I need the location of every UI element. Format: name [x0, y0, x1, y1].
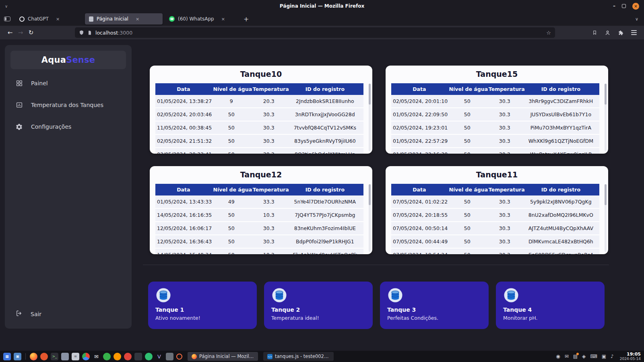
tab-whatsapp[interactable]: ☎ (60) WhatsApp × — [165, 13, 238, 25]
messaging-icon[interactable] — [103, 353, 111, 360]
file-manager-icon[interactable]: ▣ — [14, 353, 21, 360]
tray-icons: ◉✉▤◈⌨▣♪ — [556, 354, 613, 359]
column-header: Nível de água — [212, 184, 251, 195]
table-cell: 02/05/2024, 20:01:10 — [391, 95, 448, 108]
table-cell: 07/05/2024, 01:02:22 — [391, 195, 448, 208]
column-header: Nível de água — [212, 83, 251, 95]
display-icon[interactable]: ▣ — [602, 354, 606, 359]
sidebar-item-sair[interactable]: Sair — [5, 310, 132, 318]
window-titlebar: ∨ Página Inicial — Mozilla Firefox – × — [0, 0, 644, 12]
volume-icon[interactable]: ♪ — [611, 354, 614, 359]
tank-table: DataNível de águaTemperaturaID do regist… — [391, 184, 599, 254]
titlebar-chevron-icon[interactable]: ∨ — [5, 4, 8, 8]
firefox-view-icon[interactable] — [4, 16, 10, 21]
column-header: Data — [391, 83, 448, 95]
tab-close-icon[interactable]: × — [221, 16, 225, 22]
table-scrollbar[interactable] — [369, 184, 371, 252]
table-scrollbar[interactable] — [369, 84, 371, 151]
maximize-button[interactable] — [622, 4, 626, 8]
recorder-icon[interactable] — [176, 354, 182, 360]
tank-table: DataNível de águaTemperaturaID do regist… — [155, 184, 363, 254]
tab-label: (60) WhatsApp — [178, 16, 214, 22]
sidebar-item-temperatura[interactable]: Temperatura dos Tanques — [5, 97, 132, 113]
back-button[interactable]: ← — [5, 29, 15, 36]
notifications-icon[interactable]: ◉ — [556, 354, 560, 359]
tank-icon — [155, 287, 250, 305]
table-row: 02/05/2024, 20:01:105030.33hRr9ggvC3DIZa… — [391, 95, 599, 108]
table-cell: 07/05/2024, 00:50:14 — [391, 222, 448, 235]
minimize-button[interactable]: – — [613, 3, 615, 9]
taskbar-launchers: ▦▣>_≡✉V — [3, 353, 182, 360]
page-info-icon[interactable] — [87, 30, 92, 35]
status-card[interactable]: Tanque 2Temperatura ideal! — [264, 282, 373, 329]
table-scrollbar[interactable] — [605, 184, 607, 252]
menu-icon[interactable] — [631, 32, 637, 33]
sidebar-item-configuracoes[interactable]: Configurações — [5, 118, 132, 135]
terminal-icon[interactable]: >_ — [51, 353, 58, 360]
status-card[interactable]: Tanque 1Ativo novamente! — [148, 282, 257, 329]
table-cell: 50 — [212, 134, 251, 148]
scrollbar-thumb[interactable] — [605, 84, 607, 105]
reload-button[interactable]: ↻ — [26, 29, 36, 36]
account-icon[interactable] — [605, 30, 611, 36]
url-bar[interactable]: localhost:3000 ☆ — [75, 27, 555, 38]
bookmarks-icon[interactable] — [592, 30, 597, 35]
tank-cards-grid: Tanque10DataNível de águaTemperaturaID d… — [150, 66, 608, 254]
table-row: 11/05/2024, 00:38:455030.37tvvbfQ84CqTV1… — [155, 121, 363, 134]
forward-button[interactable]: → — [15, 29, 26, 36]
table-cell: 50 — [448, 248, 487, 254]
firefox-icon[interactable] — [30, 353, 37, 360]
tab-pagina-inicial[interactable]: Página Inicial × — [85, 13, 163, 25]
text-editor-icon[interactable]: ≡ — [72, 353, 79, 360]
status-card[interactable]: Tanque 4Monitorar pH. — [496, 282, 605, 329]
table-cell: DlMKvmcaLE482xBtHQ6h — [522, 235, 599, 248]
mail-icon[interactable]: ✉ — [93, 353, 100, 360]
chrome-icon[interactable] — [82, 353, 90, 360]
column-header: ID do registro — [287, 184, 363, 195]
table-cell: 14/05/2024, 15:48:34 — [155, 248, 212, 254]
scrollbar-thumb[interactable] — [369, 84, 371, 105]
gear-icon — [15, 123, 23, 131]
tab-close-icon[interactable]: × — [136, 16, 139, 22]
table-scrollbar[interactable] — [605, 84, 607, 151]
clipboard-icon[interactable]: ▤ — [573, 354, 578, 359]
scrollbar-thumb[interactable] — [369, 184, 371, 205]
new-tab-button[interactable]: + — [244, 15, 249, 23]
tank-icon — [271, 287, 365, 305]
stack-icon[interactable] — [166, 353, 173, 360]
tank-card: Tanque11DataNível de águaTemperaturaID d… — [386, 166, 608, 254]
scrollbar-thumb[interactable] — [605, 184, 607, 205]
taskbar-clock[interactable]: 19:05 2024-05-14 — [620, 352, 641, 361]
mint-icon[interactable] — [145, 353, 153, 360]
tab-bar: ChatGPT × Página Inicial × ☎ (60) WhatsA… — [0, 12, 644, 26]
sidebar-item-painel[interactable]: Painel — [5, 75, 132, 92]
chat-icon[interactable]: ✉ — [565, 354, 569, 359]
table-row: 01/05/2024, 22:09:505030.3JUSYDxsUlBvEb6… — [391, 108, 599, 121]
status-card-status: Perfeitas Condições. — [387, 315, 481, 321]
table-cell: 2JndzbBokSR1E8IIunho — [287, 95, 363, 108]
extensions-icon[interactable] — [618, 30, 624, 36]
sublime-icon[interactable] — [114, 353, 121, 360]
table-cell: ElyAphWnd8euV6TnQgPk — [287, 248, 363, 254]
vlc-icon[interactable]: V — [155, 353, 163, 360]
status-card[interactable]: Tanque 3Perfeitas Condições. — [380, 282, 489, 329]
tab-close-icon[interactable]: × — [56, 16, 60, 22]
show-apps-icon[interactable]: ▦ — [3, 353, 11, 360]
security-icon[interactable]: ◈ — [582, 354, 586, 359]
column-header: Temperatura — [487, 184, 522, 195]
taskbar-window-vscode[interactable]: </> tanques.js - teste002_proj... — [263, 352, 334, 361]
table-row: 01/05/2024, 22:57:295030.3WhXKl9g61QZTjN… — [391, 134, 599, 148]
thunderbird-icon[interactable] — [40, 353, 48, 360]
ide-icon[interactable] — [134, 353, 142, 360]
close-button[interactable]: × — [632, 3, 639, 10]
files-icon[interactable] — [61, 353, 69, 360]
location-pin-icon[interactable] — [124, 353, 132, 360]
tab-chatgpt[interactable]: ChatGPT × — [15, 13, 83, 25]
taskbar-window-firefox[interactable]: Página Inicial — Mozilla Fi... — [188, 352, 258, 361]
bookmark-star-icon[interactable]: ☆ — [546, 30, 551, 36]
notification-badge — [576, 353, 579, 355]
list-all-tabs-icon[interactable]: ∨ — [635, 16, 638, 22]
keyboard-icon[interactable]: ⌨ — [590, 354, 597, 359]
table-cell: 9 — [212, 95, 251, 108]
shield-icon[interactable] — [79, 30, 84, 35]
